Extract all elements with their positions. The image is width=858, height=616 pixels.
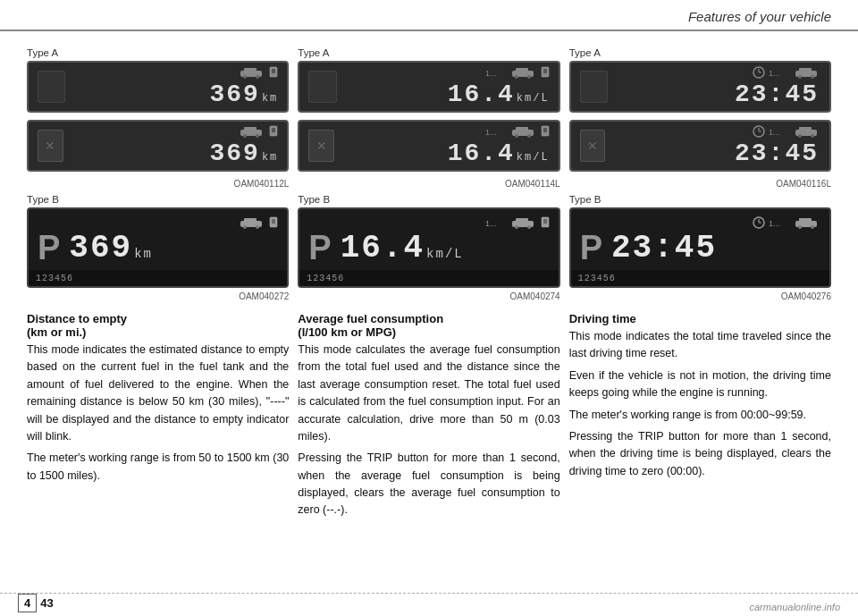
display-panel-a1-col3: 1... 23:45 [569, 61, 831, 113]
svg-point-35 [515, 225, 518, 229]
page-section: 4 [18, 594, 37, 612]
car-icon [237, 125, 265, 138]
svg-rect-20 [516, 68, 528, 72]
p-indicator: P [308, 229, 331, 267]
panel-inner: 1... 23:45 [605, 125, 820, 167]
map-placeholder [38, 71, 65, 103]
panel-b-icons [237, 216, 278, 229]
reading-value: 16.4km/L [448, 139, 550, 167]
odometer-strip: 123456 [29, 270, 287, 286]
odometer-strip: 123456 [299, 270, 558, 286]
fuel-indicator-icon: 1... [485, 68, 505, 77]
svg-point-22 [527, 75, 531, 79]
car-icon [509, 125, 537, 138]
reading-b-value: 16.4km/L [341, 230, 464, 266]
column-driving-time: Type A 1... [569, 47, 831, 524]
car-icon [237, 66, 265, 79]
reading-value: 369km [210, 80, 279, 108]
section-body-col3: This mode indicates the total time trave… [569, 328, 831, 485]
svg-point-8 [243, 134, 247, 138]
svg-point-45 [798, 75, 802, 79]
top-icons [237, 66, 278, 79]
panel-b-icons: 1... [753, 216, 820, 229]
panel-area: 1... 16.4km [308, 125, 549, 167]
odometer-strip: 123456 [571, 270, 829, 286]
no-image-placeholder [580, 130, 606, 162]
reading-b-value: 369km [69, 230, 153, 266]
panel-inner: 1... 16.4km [337, 66, 550, 108]
svg-point-9 [256, 134, 259, 138]
display-panel-a2-col2: 1... 16.4km [298, 120, 559, 172]
p-indicator: P [580, 229, 602, 267]
no-image-placeholder [308, 130, 334, 162]
clock-icon-b [753, 216, 765, 229]
section-body-col1: This mode indicates the estimated distan… [27, 342, 289, 489]
svg-point-36 [527, 225, 531, 229]
svg-rect-44 [799, 68, 812, 72]
svg-rect-7 [244, 127, 257, 131]
panel-inner: 369km [65, 66, 278, 108]
svg-point-3 [256, 75, 259, 79]
watermark: carmanualonline.info [749, 602, 840, 612]
top-icons: 1... [485, 66, 550, 79]
svg-point-15 [256, 225, 259, 229]
panel-area: 369km [38, 66, 278, 108]
svg-point-28 [515, 134, 518, 138]
timer-indicator-b: 1... [769, 218, 788, 227]
svg-rect-38 [543, 219, 547, 224]
clock-icon [753, 66, 765, 79]
svg-rect-60 [799, 218, 812, 223]
timer-indicator: 1... [769, 68, 788, 77]
odometer-value: 123456 [307, 274, 344, 283]
timer-indicator: 1... [769, 127, 788, 136]
fuel-icon [269, 66, 278, 79]
car-icon [509, 66, 537, 79]
fuel-indicator-icon: 1... [485, 127, 505, 136]
car-icon-b [792, 216, 820, 229]
fuel-icon [269, 125, 278, 138]
panel-area: 1... 23:45 [580, 66, 820, 108]
odometer-value: 123456 [36, 274, 73, 283]
svg-point-14 [243, 225, 247, 229]
svg-rect-5 [272, 69, 275, 73]
display-panel-b-col1: P 369km 123456 [27, 207, 289, 288]
fuel-icon-b [541, 216, 550, 229]
svg-text:1...: 1... [769, 128, 780, 136]
svg-rect-11 [272, 128, 275, 132]
section-title-col1: Distance to empty (km or mi.) [27, 312, 289, 339]
oam-label-col3: OAM040116L [569, 179, 831, 189]
panel-inner: 1... 16.4km [334, 125, 550, 167]
column-distance: Type A [27, 47, 289, 524]
top-icons: 1... [753, 66, 820, 79]
oam-label-col1: OAM040112L [27, 179, 289, 189]
svg-rect-52 [799, 127, 812, 131]
svg-text:1...: 1... [769, 219, 780, 227]
top-icons: 1... [753, 125, 820, 138]
display-panel-a1-col1: 369km [27, 61, 289, 113]
section-body-col2: This mode calculates the average fuel co… [298, 342, 559, 524]
main-content: Type A [0, 31, 858, 533]
page-footer: 4 43 carmanualonline.info [0, 593, 858, 616]
reading-value: 16.4km/L [448, 80, 550, 108]
map-placeholder [308, 71, 336, 103]
car-icon-b [509, 216, 537, 229]
panel-inner: 1... 23:45 [608, 66, 820, 108]
reading-b-value: 23:45 [611, 230, 719, 266]
svg-text:1...: 1... [485, 128, 497, 136]
section-title-col3: Driving time [569, 312, 831, 325]
display-panel-b-col3: 1... P 23:45 123456 [569, 207, 831, 288]
map-placeholder [580, 71, 608, 103]
svg-point-61 [798, 225, 802, 229]
reading-value: 369km [210, 139, 279, 167]
oam-label-col2: OAM040114L [298, 179, 559, 189]
display-panel-a1-col2: 1... 16.4km [298, 61, 559, 113]
section-title-col2: Average fuel consumption (l/100 km or MP… [298, 312, 559, 339]
car-icon [792, 125, 820, 138]
type-a-label-col2: Type A [298, 47, 559, 58]
car-icon-b [237, 216, 265, 229]
svg-text:1...: 1... [485, 69, 497, 77]
page-numbering: 4 43 [18, 594, 57, 612]
type-b-label-col1: Type B [27, 194, 289, 205]
svg-point-46 [811, 75, 814, 79]
page-title: Features of your vehicle [688, 9, 831, 24]
